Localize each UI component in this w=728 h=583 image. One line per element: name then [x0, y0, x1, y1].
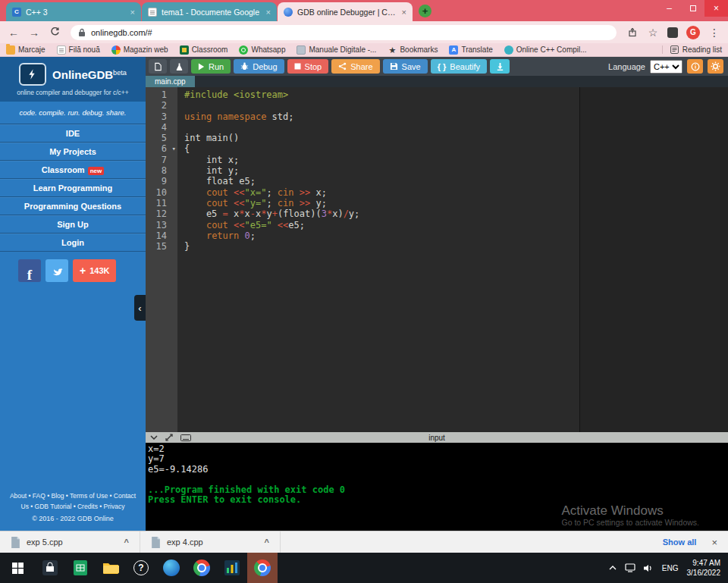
new-file-button[interactable] — [149, 59, 167, 74]
code-line[interactable]: int main() — [184, 133, 728, 143]
download-item[interactable]: exp 4.cpp^ — [140, 531, 281, 553]
sidebar-item-learn-programming[interactable]: Learn Programming — [0, 179, 146, 197]
bookmark-label: Filă nouă — [69, 45, 100, 54]
code-line[interactable]: cout <<"y="; cin >> y; — [184, 198, 728, 208]
code-line[interactable]: using namespace std; — [184, 111, 728, 122]
download-item[interactable]: exp 5.cpp^ — [0, 531, 140, 553]
language-select[interactable]: C++ — [650, 60, 682, 74]
back-button[interactable]: ← — [8, 27, 20, 39]
code-line[interactable]: float e5; — [184, 176, 728, 186]
tab-close-icon[interactable]: × — [402, 8, 406, 17]
footer-links[interactable]: About • FAQ • Blog • Terms of Use • Cont… — [6, 491, 140, 512]
download-menu-caret-icon[interactable]: ^ — [265, 538, 269, 547]
addthis-share-button[interactable]: + 143K — [73, 259, 116, 282]
browser-menu-button[interactable]: ⋮ — [708, 27, 720, 39]
tab-close-icon[interactable]: × — [130, 8, 135, 17]
profile-avatar[interactable]: G — [686, 26, 700, 39]
code-line[interactable]: return 0; — [184, 230, 728, 241]
display-icon[interactable] — [625, 563, 635, 572]
taskbar-chart-app[interactable] — [217, 553, 247, 583]
stop-button[interactable]: Stop — [287, 59, 329, 74]
download-menu-caret-icon[interactable]: ^ — [124, 538, 129, 547]
show-all-downloads-link[interactable]: Show all — [663, 538, 697, 547]
examples-button[interactable] — [170, 59, 188, 74]
taskbar-file-explorer[interactable] — [96, 553, 126, 583]
code-line[interactable] — [184, 100, 728, 111]
save-button[interactable]: Save — [383, 59, 428, 74]
sidebar-item-programming-questions[interactable]: Programming Questions — [0, 197, 146, 215]
sidebar-item-classroom[interactable]: Classroomnew — [0, 161, 146, 179]
bookmark-item[interactable]: Manuale Digitale -... — [297, 45, 376, 55]
clock[interactable]: 9:47 AM 3/16/2022 — [687, 558, 721, 578]
settings-button[interactable] — [708, 59, 723, 74]
sidebar: OnlineGDBbeta online compiler and debugg… — [0, 57, 146, 531]
code-line[interactable]: cout <<"x="; cin >> x; — [184, 187, 728, 198]
taskbar-store-app[interactable] — [35, 553, 65, 583]
reading-list-button[interactable]: Reading list — [662, 45, 722, 54]
share-button[interactable] — [626, 27, 639, 39]
close-downloads-bar-button[interactable]: × — [711, 537, 717, 548]
bookmark-item[interactable]: Translate — [449, 45, 492, 55]
browser-tab[interactable]: tema1 - Documente Google× — [142, 2, 277, 21]
browser-tab[interactable]: GDB online Debugger | Compile× — [278, 2, 413, 21]
run-button[interactable]: Run — [191, 59, 231, 74]
volume-icon[interactable] — [644, 564, 654, 572]
bookmark-item[interactable]: Classroom — [180, 45, 228, 55]
facebook-button[interactable]: f — [18, 259, 41, 282]
download-button[interactable] — [490, 59, 510, 74]
console[interactable]: x=2y=7e5=-9.14286 ...Program finished wi… — [146, 443, 728, 531]
sidebar-item-my-projects[interactable]: My Projects — [0, 143, 146, 161]
code-line[interactable]: int x; — [184, 155, 728, 165]
code-token — [184, 187, 206, 198]
console-header: input — [146, 432, 728, 443]
file-tab-main-cpp[interactable]: main.cpp — [146, 76, 195, 87]
beautify-button[interactable]: { } Beautify — [431, 59, 487, 74]
window-close-button[interactable]: × — [704, 0, 728, 17]
taskbar-sheets-app[interactable] — [65, 553, 96, 583]
debug-button[interactable]: Debug — [234, 59, 284, 74]
bookmark-item[interactable]: Magazin web — [111, 45, 168, 55]
share-code-button[interactable]: Share — [331, 59, 379, 74]
start-button[interactable] — [0, 553, 35, 583]
code-line[interactable]: cout <<"e5=" <<e5; — [184, 220, 728, 230]
window-maximize-button[interactable] — [681, 0, 704, 17]
fold-arrow-icon[interactable]: ▾ — [172, 143, 176, 154]
code-token: e5 — [184, 208, 223, 219]
window-minimize-button[interactable]: – — [657, 0, 681, 17]
taskbar-help-app[interactable]: ? — [126, 553, 156, 583]
code-line[interactable]: #include <iostream> — [184, 89, 728, 100]
input-language[interactable]: ENG — [662, 564, 679, 572]
forward-button[interactable]: → — [28, 27, 40, 39]
bookmark-item[interactable]: Online C++ Compil... — [504, 45, 587, 55]
taskbar-chrome-browser[interactable] — [187, 553, 217, 583]
extension-icon[interactable] — [667, 27, 678, 38]
stop-label: Stop — [305, 62, 322, 71]
info-button[interactable] — [687, 59, 703, 74]
sidebar-item-sign-up[interactable]: Sign Up — [0, 215, 146, 234]
new-tab-button[interactable]: + — [419, 5, 431, 17]
code-line[interactable]: } — [184, 241, 728, 252]
tab-close-icon[interactable]: × — [266, 8, 271, 17]
taskbar-edge-browser[interactable] — [156, 553, 187, 583]
code-line[interactable]: int y; — [184, 165, 728, 176]
bookmark-item[interactable]: Filă nouă — [57, 45, 100, 55]
bookmark-item[interactable]: Marcaje — [6, 45, 46, 55]
bookmark-item[interactable]: Bookmarks — [388, 45, 438, 55]
code-line[interactable]: { — [184, 143, 728, 154]
tray-expand-icon[interactable] — [609, 566, 617, 570]
refresh-button[interactable] — [49, 27, 61, 39]
sidebar-collapse-button[interactable]: ‹ — [134, 295, 146, 321]
code-line[interactable] — [184, 122, 728, 133]
sidebar-item-login[interactable]: Login — [0, 234, 146, 252]
browser-tab[interactable]: C++ 3× — [6, 2, 141, 21]
code-editor[interactable]: 123456▾789101112131415 #include <iostrea… — [146, 87, 728, 432]
taskbar-chrome-active[interactable] — [247, 553, 278, 583]
code-lines[interactable]: #include <iostream> using namespace std;… — [177, 87, 728, 432]
sidebar-item-ide[interactable]: IDE — [0, 124, 146, 143]
share-icon — [628, 27, 637, 37]
twitter-button[interactable] — [46, 259, 68, 282]
bookmark-item[interactable]: Whatsapp — [239, 45, 285, 55]
bookmark-star-button[interactable]: ☆ — [647, 27, 659, 39]
code-line[interactable]: e5 = x*x-x*y+(float)(3*x)/y; — [184, 208, 728, 219]
address-bar[interactable]: onlinegdb.com/# — [71, 25, 617, 40]
